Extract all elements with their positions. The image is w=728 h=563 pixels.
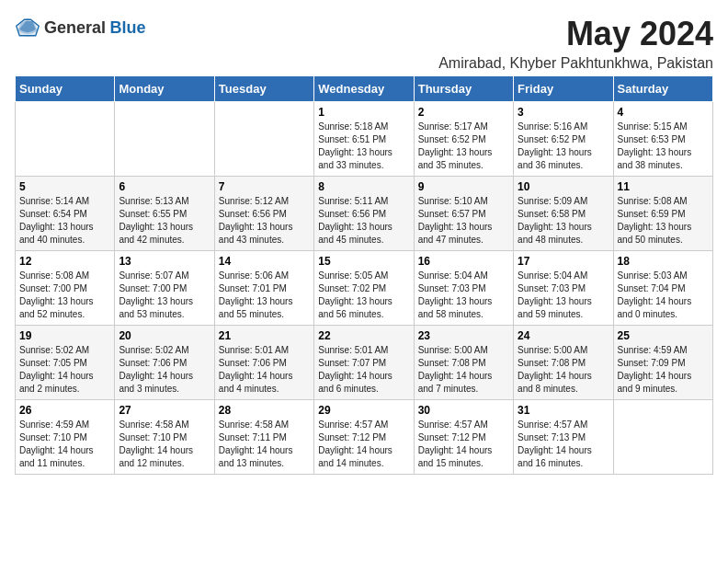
day-number: 16: [418, 255, 509, 268]
day-number: 21: [219, 329, 310, 342]
day-number: 6: [119, 180, 210, 193]
day-info: Sunrise: 5:02 AM Sunset: 7:06 PM Dayligh…: [119, 344, 210, 396]
logo-general-text: General: [44, 18, 106, 37]
day-number: 23: [418, 329, 509, 342]
calendar-cell: 20Sunrise: 5:02 AM Sunset: 7:06 PM Dayli…: [115, 326, 214, 400]
calendar-week-2: 5Sunrise: 5:14 AM Sunset: 6:54 PM Daylig…: [16, 177, 713, 251]
calendar-cell: [16, 102, 115, 177]
calendar-cell: 15Sunrise: 5:05 AM Sunset: 7:02 PM Dayli…: [314, 251, 414, 326]
day-info: Sunrise: 5:00 AM Sunset: 7:08 PM Dayligh…: [518, 344, 609, 396]
day-info: Sunrise: 5:06 AM Sunset: 7:01 PM Dayligh…: [219, 270, 310, 321]
day-info: Sunrise: 5:01 AM Sunset: 7:07 PM Dayligh…: [318, 344, 409, 396]
calendar-header: SundayMondayTuesdayWednesdayThursdayFrid…: [16, 76, 713, 102]
day-number: 14: [219, 255, 310, 268]
weekday-row: SundayMondayTuesdayWednesdayThursdayFrid…: [16, 76, 713, 102]
day-info: Sunrise: 5:09 AM Sunset: 6:58 PM Dayligh…: [518, 195, 609, 247]
calendar-cell: 25Sunrise: 4:59 AM Sunset: 7:09 PM Dayli…: [613, 326, 712, 400]
calendar-cell: 13Sunrise: 5:07 AM Sunset: 7:00 PM Dayli…: [115, 251, 214, 326]
calendar-cell: 28Sunrise: 4:58 AM Sunset: 7:11 PM Dayli…: [214, 400, 313, 475]
calendar-week-5: 26Sunrise: 4:59 AM Sunset: 7:10 PM Dayli…: [16, 400, 713, 475]
calendar-cell: 17Sunrise: 5:04 AM Sunset: 7:03 PM Dayli…: [514, 251, 613, 326]
day-number: 18: [618, 255, 709, 268]
calendar-body: 1Sunrise: 5:18 AM Sunset: 6:51 PM Daylig…: [16, 102, 713, 475]
calendar-cell: 12Sunrise: 5:08 AM Sunset: 7:00 PM Dayli…: [16, 251, 115, 326]
day-number: 4: [618, 106, 709, 119]
calendar-cell: 8Sunrise: 5:11 AM Sunset: 6:56 PM Daylig…: [314, 177, 414, 251]
calendar-cell: [613, 400, 712, 475]
day-number: 3: [518, 106, 609, 119]
calendar-cell: 21Sunrise: 5:01 AM Sunset: 7:06 PM Dayli…: [214, 326, 313, 400]
calendar-cell: 2Sunrise: 5:17 AM Sunset: 6:52 PM Daylig…: [414, 102, 513, 177]
day-number: 20: [119, 329, 210, 342]
calendar-cell: 31Sunrise: 4:57 AM Sunset: 7:13 PM Dayli…: [514, 400, 613, 475]
day-number: 24: [518, 329, 609, 342]
calendar-cell: 27Sunrise: 4:58 AM Sunset: 7:10 PM Dayli…: [115, 400, 214, 475]
calendar-cell: 29Sunrise: 4:57 AM Sunset: 7:12 PM Dayli…: [314, 400, 414, 475]
title-block: May 2024 Amirabad, Khyber Pakhtunkhwa, P…: [438, 15, 713, 72]
day-info: Sunrise: 4:57 AM Sunset: 7:13 PM Dayligh…: [518, 419, 609, 470]
calendar-week-4: 19Sunrise: 5:02 AM Sunset: 7:05 PM Dayli…: [16, 326, 713, 400]
day-number: 12: [19, 255, 110, 268]
calendar-table: SundayMondayTuesdayWednesdayThursdayFrid…: [15, 75, 713, 475]
day-number: 13: [119, 255, 210, 268]
calendar-cell: 26Sunrise: 4:59 AM Sunset: 7:10 PM Dayli…: [16, 400, 115, 475]
calendar-cell: 4Sunrise: 5:15 AM Sunset: 6:53 PM Daylig…: [613, 102, 712, 177]
day-info: Sunrise: 5:04 AM Sunset: 7:03 PM Dayligh…: [418, 270, 509, 321]
day-info: Sunrise: 5:12 AM Sunset: 6:56 PM Dayligh…: [219, 195, 310, 247]
calendar-cell: 19Sunrise: 5:02 AM Sunset: 7:05 PM Dayli…: [16, 326, 115, 400]
day-number: 2: [418, 106, 509, 119]
calendar-week-3: 12Sunrise: 5:08 AM Sunset: 7:00 PM Dayli…: [16, 251, 713, 326]
day-info: Sunrise: 5:08 AM Sunset: 6:59 PM Dayligh…: [618, 195, 709, 247]
calendar-cell: 16Sunrise: 5:04 AM Sunset: 7:03 PM Dayli…: [414, 251, 513, 326]
logo-icon: [15, 15, 40, 40]
day-info: Sunrise: 5:05 AM Sunset: 7:02 PM Dayligh…: [318, 270, 409, 321]
day-number: 29: [318, 404, 409, 417]
day-info: Sunrise: 5:15 AM Sunset: 6:53 PM Dayligh…: [618, 121, 709, 172]
day-info: Sunrise: 4:59 AM Sunset: 7:09 PM Dayligh…: [618, 344, 709, 396]
day-number: 19: [19, 329, 110, 342]
day-info: Sunrise: 5:14 AM Sunset: 6:54 PM Dayligh…: [19, 195, 110, 247]
day-number: 15: [318, 255, 409, 268]
day-info: Sunrise: 4:57 AM Sunset: 7:12 PM Dayligh…: [318, 419, 409, 470]
calendar-cell: 23Sunrise: 5:00 AM Sunset: 7:08 PM Dayli…: [414, 326, 513, 400]
day-info: Sunrise: 4:58 AM Sunset: 7:10 PM Dayligh…: [119, 419, 210, 470]
weekday-header-wednesday: Wednesday: [314, 76, 414, 102]
day-info: Sunrise: 5:16 AM Sunset: 6:52 PM Dayligh…: [518, 121, 609, 172]
day-info: Sunrise: 5:07 AM Sunset: 7:00 PM Dayligh…: [119, 270, 210, 321]
calendar-cell: 11Sunrise: 5:08 AM Sunset: 6:59 PM Dayli…: [613, 177, 712, 251]
calendar-cell: 14Sunrise: 5:06 AM Sunset: 7:01 PM Dayli…: [214, 251, 313, 326]
day-number: 9: [418, 180, 509, 193]
day-info: Sunrise: 5:18 AM Sunset: 6:51 PM Dayligh…: [318, 121, 409, 172]
logo-blue-text: Blue: [110, 18, 146, 37]
calendar-cell: 1Sunrise: 5:18 AM Sunset: 6:51 PM Daylig…: [314, 102, 414, 177]
weekday-header-monday: Monday: [115, 76, 214, 102]
calendar-cell: 30Sunrise: 4:57 AM Sunset: 7:12 PM Dayli…: [414, 400, 513, 475]
calendar-cell: 3Sunrise: 5:16 AM Sunset: 6:52 PM Daylig…: [514, 102, 613, 177]
day-info: Sunrise: 5:08 AM Sunset: 7:00 PM Dayligh…: [19, 270, 110, 321]
weekday-header-saturday: Saturday: [613, 76, 712, 102]
calendar-cell: 18Sunrise: 5:03 AM Sunset: 7:04 PM Dayli…: [613, 251, 712, 326]
day-number: 10: [518, 180, 609, 193]
day-info: Sunrise: 4:58 AM Sunset: 7:11 PM Dayligh…: [219, 419, 310, 470]
page-header: General Blue May 2024 Amirabad, Khyber P…: [15, 15, 713, 72]
calendar-cell: 9Sunrise: 5:10 AM Sunset: 6:57 PM Daylig…: [414, 177, 513, 251]
day-info: Sunrise: 5:04 AM Sunset: 7:03 PM Dayligh…: [518, 270, 609, 321]
logo: General Blue: [15, 15, 146, 40]
day-info: Sunrise: 5:01 AM Sunset: 7:06 PM Dayligh…: [219, 344, 310, 396]
day-info: Sunrise: 4:59 AM Sunset: 7:10 PM Dayligh…: [19, 419, 110, 470]
day-number: 22: [318, 329, 409, 342]
day-number: 5: [19, 180, 110, 193]
subtitle: Amirabad, Khyber Pakhtunkhwa, Pakistan: [438, 55, 713, 72]
day-info: Sunrise: 5:17 AM Sunset: 6:52 PM Dayligh…: [418, 121, 509, 172]
day-info: Sunrise: 5:11 AM Sunset: 6:56 PM Dayligh…: [318, 195, 409, 247]
day-info: Sunrise: 5:10 AM Sunset: 6:57 PM Dayligh…: [418, 195, 509, 247]
day-number: 31: [518, 404, 609, 417]
day-number: 25: [618, 329, 709, 342]
day-number: 30: [418, 404, 509, 417]
day-info: Sunrise: 5:02 AM Sunset: 7:05 PM Dayligh…: [19, 344, 110, 396]
calendar-week-1: 1Sunrise: 5:18 AM Sunset: 6:51 PM Daylig…: [16, 102, 713, 177]
calendar-cell: [214, 102, 313, 177]
day-info: Sunrise: 4:57 AM Sunset: 7:12 PM Dayligh…: [418, 419, 509, 470]
day-number: 26: [19, 404, 110, 417]
day-info: Sunrise: 5:13 AM Sunset: 6:55 PM Dayligh…: [119, 195, 210, 247]
